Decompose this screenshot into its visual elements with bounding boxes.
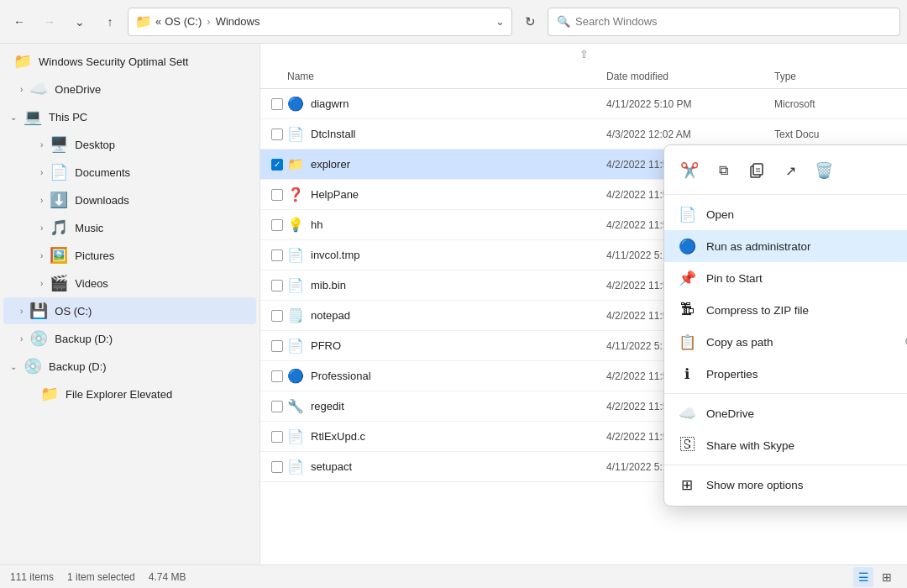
forward-button[interactable]: → [37,9,62,34]
context-menu-item-copy-path[interactable]: 📋 Copy as path Ctrl+Shift+C [664,326,907,358]
sidebar-item-videos[interactable]: › 🎬 Videos [3,270,256,297]
file-name: HelpPane [311,188,606,201]
file-checkbox[interactable] [271,310,283,322]
file-icon: 🗒️ [287,307,311,323]
sidebar-item-onedrive[interactable]: › ☁️ OneDrive [3,76,256,102]
sidebar-item-backup-d-2[interactable]: ⌄ 💿 Backup (D:) [3,353,256,380]
onedrive-icon: ☁️ [29,80,48,98]
file-checkbox[interactable] [271,340,283,352]
file-checkbox-container: ✓ [267,159,287,171]
file-checkbox[interactable] [271,461,283,473]
context-menu-item-more-options[interactable]: ⊞ Show more options Shift+F10 [664,469,907,501]
downloads-icon: ⬇️ [50,191,68,209]
header-date[interactable]: Date modified [606,71,774,82]
sidebar-item-windows-security[interactable]: 📁 Windows Security Optimal Sett [3,48,256,75]
file-icon: 🔵 [287,368,311,384]
file-date: 4/3/2022 12:02 AM [606,129,774,140]
music-chevron-icon: › [40,223,43,233]
sidebar-label-windows-security: Windows Security Optimal Sett [39,55,249,68]
sidebar-item-desktop[interactable]: › 🖥️ Desktop [3,131,256,158]
table-row[interactable]: 🔵 diagwrn 4/11/2022 5:10 PM Microsoft [260,89,907,119]
sidebar-label-desktop: Desktop [75,139,249,151]
context-menu-item-pin-to-start[interactable]: 📌 Pin to Start [664,262,907,294]
address-part-folder[interactable]: Windows [216,15,260,28]
scroll-up-indicator: ⇧ [260,44,907,64]
ctx-item-label-open: Open [706,208,907,221]
header-type[interactable]: Type [774,71,900,82]
address-part-drive[interactable]: OS (C:) [165,15,202,28]
sidebar-item-this-pc[interactable]: ⌄ 💻 This PC [3,103,256,130]
file-icon: 💡 [287,217,311,233]
up-button[interactable]: ↑ [97,9,123,34]
address-chevron-sep: › [207,15,210,28]
sidebar-item-backup-d-1[interactable]: › 💿 Backup (D:) [3,325,256,352]
paste-shortcut-button[interactable] [742,155,772,186]
context-menu-item-share-skype[interactable]: 🇸 Share with Skype [664,429,907,461]
file-checkbox[interactable] [271,189,283,201]
sidebar-item-os-c[interactable]: › 💾 OS (C:) [3,297,256,324]
file-icon: 📄 [287,126,311,142]
file-checkbox[interactable] [271,219,283,231]
header-name[interactable]: Name [287,71,606,82]
file-name: notepad [311,309,606,322]
search-input[interactable] [575,15,891,28]
file-icon: ❓ [287,186,311,202]
file-icon: 📄 [287,338,311,354]
sidebar-item-file-explorer-elevated[interactable]: 📁 File Explorer Elevated [3,381,256,407]
sidebar-item-documents[interactable]: › 📄 Documents [3,159,256,186]
file-name: hh [311,218,606,231]
delete-button[interactable]: 🗑️ [809,155,839,186]
file-checkbox-container [267,461,287,473]
sidebar-item-music[interactable]: › 🎵 Music [3,214,256,241]
backup-d-2-icon: 💿 [24,357,42,375]
file-checkbox-container [267,280,287,291]
list-view-button[interactable]: ☰ [853,567,873,587]
file-icon: 📄 [287,428,311,444]
grid-view-button[interactable]: ⊞ [877,567,897,587]
ctx-item-icon-more-options: ⊞ [678,476,696,494]
file-checkbox[interactable] [271,98,283,110]
context-menu-item-compress[interactable]: 🗜 Compress to ZIP file [664,294,907,326]
context-menu-item-open[interactable]: 📄 Open Enter [664,198,907,230]
file-checkbox[interactable] [271,280,283,291]
file-icon: 🔵 [287,96,311,112]
back-button[interactable]: ← [7,9,32,34]
address-bar[interactable]: 📁 « OS (C:) › Windows ⌄ [128,8,512,36]
ctx-item-icon-open: 📄 [678,206,696,223]
ctx-item-label-properties: Properties [706,368,907,381]
file-checkbox[interactable] [271,129,283,140]
context-menu-item-properties[interactable]: ℹ Properties Alt+Enter [664,358,907,390]
address-dropdown-icon[interactable]: ⌄ [495,15,505,28]
recent-locations-button[interactable]: ⌄ [67,9,92,34]
cut-button[interactable]: ✂️ [674,155,705,186]
ctx-item-label-share-skype: Share with Skype [706,439,907,452]
ctx-item-label-copy-path: Copy as path [706,336,895,349]
context-menu-item-onedrive[interactable]: ☁️ OneDrive › [664,397,907,429]
file-checkbox[interactable] [271,370,283,382]
context-menu-item-run-as-admin[interactable]: 🔵 Run as administrator [664,230,907,262]
file-checkbox-container [267,98,287,110]
file-checkbox[interactable] [271,249,283,261]
share-button[interactable]: ↗ [775,155,805,186]
refresh-button[interactable]: ↻ [517,9,543,34]
context-menu-items: 📄 Open Enter 🔵 Run as administrator 📌 Pi… [664,198,907,501]
file-checkbox[interactable]: ✓ [271,159,283,171]
sidebar-label-music: Music [75,222,249,234]
file-checkbox-container [267,401,287,412]
file-name: regedit [311,400,606,412]
address-folder-icon: 📁 [135,13,152,29]
ctx-item-label-run-as-admin: Run as administrator [706,240,907,253]
sidebar-label-videos: Videos [75,277,249,290]
downloads-chevron-icon: › [40,196,43,205]
sidebar-item-downloads[interactable]: › ⬇️ Downloads [3,186,256,213]
context-menu-divider [664,465,907,465]
this-pc-chevron-icon: ⌄ [10,113,17,122]
file-name: invcol.tmp [311,249,606,261]
file-checkbox[interactable] [271,401,283,412]
status-bar-right: ☰ ⊞ [853,567,897,587]
search-bar[interactable]: 🔍 [548,8,900,36]
sidebar-item-pictures[interactable]: › 🖼️ Pictures [3,242,256,269]
copy-button[interactable]: ⧉ [708,155,738,186]
sidebar-label-downloads: Downloads [75,194,249,207]
file-checkbox[interactable] [271,431,283,443]
